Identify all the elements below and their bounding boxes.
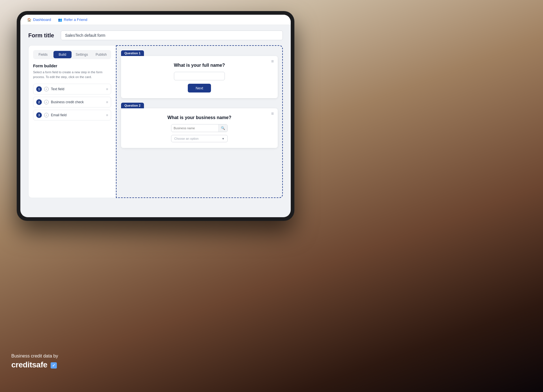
dashboard-label: Dashboard	[33, 18, 51, 22]
card-menu-icon-1[interactable]: ≡	[271, 59, 274, 64]
form-title-label: Form title	[28, 32, 54, 39]
tab-settings[interactable]: Settings	[73, 51, 91, 58]
field-number-3: 3	[36, 112, 42, 118]
form-preview-panel: Question 1 ≡ What is your full name? Nex…	[116, 45, 283, 198]
business-name-input[interactable]	[171, 125, 218, 132]
question-1-title: What is your full name?	[127, 63, 272, 68]
bottom-branding: Business credit data by creditsafe ✓	[11, 354, 58, 369]
tab-build[interactable]: Build	[53, 51, 72, 58]
refer-nav-item[interactable]: 👥 Refer a Friend	[58, 18, 87, 22]
main-content: Form title Fields Build Settings Publish	[20, 25, 291, 217]
question-2-title: What is your business name?	[127, 115, 272, 120]
field-add-icon-1: +	[44, 87, 49, 91]
field-item-3[interactable]: 3 + Email field ≡	[33, 110, 111, 120]
business-search-button[interactable]: 🔍	[218, 124, 227, 132]
drag-handle-1[interactable]: ≡	[106, 87, 108, 91]
field-number-1: 1	[36, 86, 42, 92]
field-name-1: Text field	[51, 87, 104, 91]
creditsafe-text: creditsafe	[11, 360, 47, 369]
field-add-icon-2: +	[44, 100, 49, 104]
creditsafe-checkmark-icon: ✓	[51, 362, 57, 369]
home-icon: 🏠	[27, 18, 31, 22]
branding-tagline: Business credit data by	[11, 354, 58, 359]
field-add-icon-3: +	[44, 113, 49, 117]
tabs-bar: Fields Build Settings Publish	[33, 50, 111, 59]
question-1-badge: Question 1	[121, 50, 144, 56]
field-number-2: 2	[36, 99, 42, 105]
drag-handle-2[interactable]: ≡	[106, 100, 108, 104]
question-1-input[interactable]	[174, 72, 225, 80]
refer-label: Refer a Friend	[64, 18, 87, 22]
panel-title: Form builder	[33, 64, 111, 68]
card-menu-icon-2[interactable]: ≡	[271, 111, 274, 116]
tablet-device: 🏠 Dashboard 👥 Refer a Friend Form title	[17, 11, 294, 221]
chevron-down-icon: ▼	[222, 137, 225, 140]
business-search-row: 🔍	[171, 124, 228, 132]
choose-option-label: Choose an option	[174, 137, 222, 140]
form-title-input[interactable]	[61, 31, 283, 40]
tablet-screen: 🏠 Dashboard 👥 Refer a Friend Form title	[20, 15, 291, 217]
dashboard-nav-item[interactable]: 🏠 Dashboard	[27, 18, 51, 22]
question-1-wrapper: Question 1 ≡ What is your full name? Nex…	[121, 50, 278, 98]
field-name-2: Business credit check	[51, 100, 104, 104]
creditsafe-logo: creditsafe ✓	[11, 360, 58, 369]
form-title-row: Form title	[28, 31, 283, 40]
top-nav: 🏠 Dashboard 👥 Refer a Friend	[20, 15, 291, 25]
scene: 🏠 Dashboard 👥 Refer a Friend Form title	[0, 0, 543, 392]
search-icon: 🔍	[221, 126, 225, 130]
question-2-badge: Question 2	[121, 103, 144, 108]
question-2-card[interactable]: ≡ What is your business name? 🔍	[121, 108, 278, 148]
question-2-wrapper: Question 2 ≡ What is your business name?…	[121, 103, 278, 148]
choose-option-dropdown[interactable]: Choose an option ▼	[171, 135, 228, 142]
field-item-1[interactable]: 1 + Text field ≡	[33, 84, 111, 94]
drag-handle-3[interactable]: ≡	[106, 113, 108, 117]
next-button-1[interactable]: Next	[188, 84, 211, 92]
refer-icon: 👥	[58, 18, 62, 22]
builder-layout: Fields Build Settings Publish Form build…	[28, 45, 283, 198]
panel-description: Select a form field to create a new step…	[33, 70, 111, 79]
field-item-2[interactable]: 2 + Business credit check ≡	[33, 97, 111, 107]
field-name-3: Email field	[51, 113, 104, 117]
left-panel: Fields Build Settings Publish Form build…	[28, 45, 116, 198]
tab-publish[interactable]: Publish	[92, 51, 111, 58]
tab-fields[interactable]: Fields	[34, 51, 52, 58]
question-1-card[interactable]: ≡ What is your full name? Next	[121, 56, 278, 98]
